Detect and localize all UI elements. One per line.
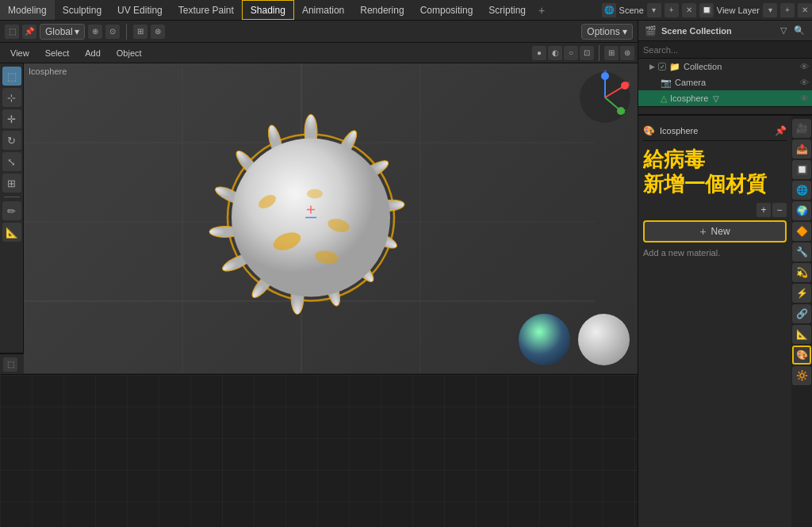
new-material-button[interactable]: + New: [643, 220, 787, 242]
gizmo-svg-element: Z X Y: [577, 70, 633, 125]
svg-text:Z: Z: [603, 70, 607, 75]
add-slot-btn[interactable]: +: [756, 203, 771, 217]
options-selector[interactable]: Options ▾: [581, 24, 633, 40]
viewport-header: View Select Add Object ● ◐ ○ ⊡ ⊞: [0, 43, 638, 63]
delete-scene-icon[interactable]: ✕: [682, 3, 696, 17]
remove-slot-btn[interactable]: −: [772, 203, 787, 217]
scene-selector[interactable]: ▾: [647, 3, 661, 17]
editor-type-icon[interactable]: ⬚: [5, 25, 19, 39]
transform-space-selector[interactable]: Global ▾: [40, 24, 85, 40]
outliner-collection[interactable]: ▶ ✓ 📁 Collection 👁: [638, 59, 812, 74]
prop-tab-scene[interactable]: 🌐: [792, 181, 811, 200]
props-pin-btn[interactable]: 📌: [775, 125, 787, 136]
viewport-3d[interactable]: View Select Add Object ● ◐ ○ ⊡ ⊞: [0, 43, 638, 353]
tab-rendering[interactable]: Rendering: [352, 0, 412, 20]
tool-scale[interactable]: ⤡: [2, 152, 21, 171]
properties-tabs: 🎥 📤 🔲 🌐 🌍 🔶 🔧 💫 ⚡ 🔗 📐 🎨 🔆: [791, 116, 812, 527]
tool-measure[interactable]: 📐: [2, 223, 21, 242]
toolbar-bar: ⬚ 📌 Global ▾ ⊕ ⊙ ⊞ ⊛ Options ▾: [0, 21, 638, 43]
viewport-area: ⬚ 📌 Global ▾ ⊕ ⊙ ⊞ ⊛ Options ▾ View: [0, 21, 638, 527]
pin-icon[interactable]: 📌: [22, 25, 36, 39]
tab-uv-editing[interactable]: UV Editing: [109, 0, 170, 20]
prop-tab-world[interactable]: 🌍: [792, 201, 811, 220]
prop-tab-object[interactable]: 🔶: [792, 222, 811, 241]
scene-label: Scene: [619, 6, 644, 15]
tool-cursor[interactable]: ⊹: [2, 88, 21, 107]
node-grid: [0, 375, 638, 527]
delete-view-layer-icon[interactable]: ✕: [798, 3, 812, 17]
outliner-icosphere[interactable]: △ Icosphere ▽ 👁: [638, 90, 812, 106]
tool-annotate[interactable]: ✏: [2, 201, 21, 220]
viewport-shading-material[interactable]: ◐: [548, 46, 562, 60]
tab-scripting[interactable]: Scripting: [481, 0, 534, 20]
prop-tab-material[interactable]: 🎨: [792, 346, 811, 365]
right-panel: 🎬 Scene Collection ▽ 🔍 ▶ ✓ 📁 Collection: [638, 21, 812, 527]
viewport-background: Z X Y: [24, 63, 661, 373]
viewport-shading-solid[interactable]: ●: [532, 46, 546, 60]
material-hint: Add a new material.: [643, 247, 787, 258]
collection-eye[interactable]: 👁: [800, 62, 809, 71]
view-layer-icon[interactable]: 🔲: [699, 3, 714, 17]
left-tools-panel: ⬚ ⊹ ✛ ↻ ⤡ ⊞ ✏ 📐: [0, 63, 24, 353]
tab-modeling[interactable]: Modeling: [0, 0, 55, 20]
prop-tab-shading-props[interactable]: 🔆: [792, 366, 811, 385]
prop-tab-physics[interactable]: ⚡: [792, 284, 811, 303]
search-icon[interactable]: 🔍: [793, 25, 806, 37]
orientation-icon[interactable]: ⊞: [133, 25, 147, 39]
env-sphere: [519, 314, 570, 365]
proportional-toggle[interactable]: ⊙: [105, 25, 120, 39]
collection-arrow: ▶: [649, 63, 655, 71]
pivot-icon[interactable]: ⊛: [151, 25, 165, 39]
outliner-search: [638, 41, 812, 59]
tool-transform[interactable]: ⊞: [2, 174, 21, 193]
navigation-gizmo[interactable]: Z X Y: [577, 70, 633, 125]
prop-tab-output[interactable]: 📤: [792, 139, 811, 158]
snap-toggle[interactable]: ⊕: [88, 25, 102, 39]
outliner-search-input[interactable]: [643, 45, 807, 55]
svg-text:X: X: [626, 81, 630, 86]
viewport-shading-wire[interactable]: ⊡: [580, 46, 594, 60]
gizmo-toggle[interactable]: ⊛: [620, 46, 634, 60]
node-editor-type-icon[interactable]: ⬚: [3, 357, 17, 372]
global-icon[interactable]: 🌐: [602, 3, 616, 17]
icosphere-icon: △: [661, 94, 667, 104]
overlay-toggle[interactable]: ⊞: [604, 46, 619, 60]
outliner-camera[interactable]: 📷 Camera 👁: [638, 74, 812, 90]
header-sep: [599, 45, 599, 61]
prop-tab-modifier[interactable]: 🔧: [792, 242, 811, 262]
add-workspace-button[interactable]: +: [534, 2, 550, 18]
view-menu[interactable]: View: [3, 45, 36, 61]
prop-tab-render[interactable]: 🎥: [792, 119, 811, 138]
prop-tab-data[interactable]: 📐: [792, 325, 811, 344]
chinese-line1: 給病毒: [643, 147, 787, 172]
chinese-label-container: 給病毒 新增一個材質: [643, 147, 787, 197]
tool-move[interactable]: ✛: [2, 109, 21, 128]
tab-shading[interactable]: Shading: [242, 0, 294, 20]
viewport-shading-rendered[interactable]: ○: [564, 46, 578, 60]
toolbar-separator-1: [126, 24, 127, 40]
prop-tab-constraints[interactable]: 🔗: [792, 304, 811, 323]
collection-checkbox[interactable]: ✓: [658, 63, 666, 71]
slot-controls: + −: [643, 203, 787, 217]
tool-rotate[interactable]: ↻: [2, 131, 21, 150]
view-layer-selector[interactable]: ▾: [763, 3, 777, 17]
tab-texture-paint[interactable]: Texture Paint: [170, 0, 242, 20]
prop-tab-particles[interactable]: 💫: [792, 263, 811, 282]
add-menu[interactable]: Add: [78, 45, 108, 61]
node-canvas[interactable]: [0, 375, 638, 527]
new-view-layer-icon[interactable]: +: [780, 3, 795, 17]
tab-animation[interactable]: Animation: [294, 0, 352, 20]
icosphere-eye[interactable]: 👁: [800, 94, 809, 103]
tab-compositing[interactable]: Compositing: [412, 0, 481, 20]
properties-content: 🎨 Icosphere 📌 給病毒 新增一個材質 + − + New: [638, 116, 791, 263]
new-scene-icon[interactable]: +: [665, 3, 679, 17]
prop-tab-view-layer[interactable]: 🔲: [792, 160, 811, 179]
tab-sculpting[interactable]: Sculpting: [55, 0, 109, 20]
object-menu[interactable]: Object: [109, 45, 149, 61]
tool-separator: [4, 197, 20, 197]
select-menu[interactable]: Select: [38, 45, 77, 61]
tool-select[interactable]: ⬚: [2, 67, 21, 86]
camera-eye[interactable]: 👁: [800, 78, 809, 87]
icosphere-shader-icon: ▽: [713, 94, 719, 103]
filter-icon[interactable]: ▽: [777, 25, 790, 37]
